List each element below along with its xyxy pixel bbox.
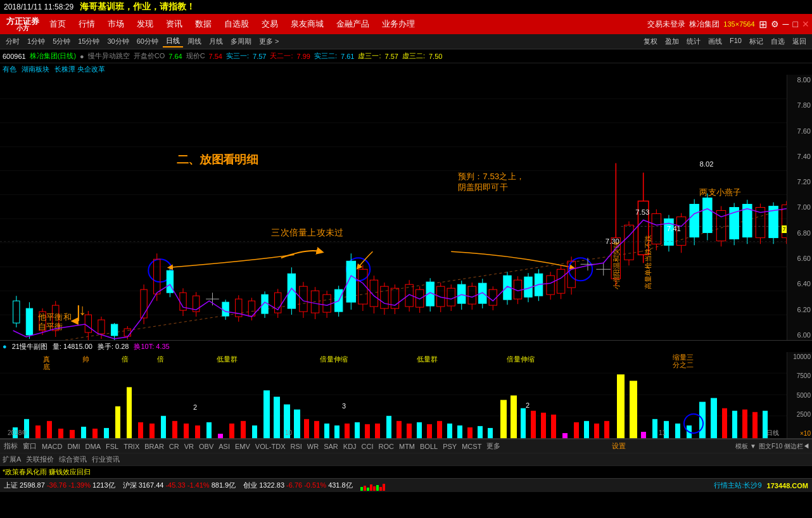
- ind-mtm[interactable]: MTM: [398, 443, 416, 450]
- svg-rect-122: [468, 286, 476, 304]
- right-panel-f10[interactable]: 图文F10 侧边栏◀: [759, 442, 809, 451]
- svg-rect-56: [222, 302, 229, 316]
- menu-news[interactable]: 资讯: [160, 14, 189, 34]
- ind-fsl[interactable]: FSL: [105, 443, 120, 450]
- logo-sub: 小方: [16, 25, 29, 32]
- tf-multi[interactable]: 多周期: [227, 36, 255, 47]
- stock-group[interactable]: 株冶集团: [689, 19, 720, 30]
- menu-bar: 方正证券 小方 首页 行情 市场 发现 资讯 数据 自选股 交易 泉友商城 金融…: [0, 14, 812, 34]
- ind-kdj[interactable]: KDJ: [342, 443, 358, 450]
- menu-market2[interactable]: 市场: [101, 14, 130, 34]
- ext-industry[interactable]: 行业资讯: [92, 455, 120, 464]
- ind-settings[interactable]: 设置: [612, 441, 626, 451]
- settings-icon[interactable]: ⚙: [771, 19, 779, 29]
- menu-data[interactable]: 数据: [189, 14, 218, 34]
- ext-comprehensive[interactable]: 综合资讯: [59, 455, 87, 464]
- svg-rect-42: [154, 259, 160, 294]
- ind-voltdx[interactable]: VOL-TDX: [254, 443, 287, 450]
- ind-dma[interactable]: DMA: [84, 443, 102, 450]
- ind-zhibiao[interactable]: 指标: [3, 441, 19, 451]
- tf-30min[interactable]: 30分钟: [105, 36, 132, 47]
- tag-region[interactable]: 湖南板块: [22, 65, 49, 74]
- btn-mark[interactable]: 标记: [746, 36, 766, 47]
- btn-watchlist[interactable]: 自选: [768, 36, 788, 47]
- ind-roc[interactable]: ROC: [377, 443, 395, 450]
- tf-weekly[interactable]: 周线: [184, 36, 205, 47]
- maximize-icon[interactable]: □: [793, 19, 798, 29]
- stock-code[interactable]: 600961: [3, 53, 26, 60]
- ind-psy[interactable]: PSY: [441, 443, 458, 450]
- tf-60min[interactable]: 60分钟: [134, 36, 162, 47]
- ind-trix[interactable]: TRIX: [122, 443, 141, 450]
- menu-finance[interactable]: 金融产品: [330, 14, 376, 34]
- tf-5min[interactable]: 5分钟: [49, 36, 73, 47]
- status-bar: 上证 2598.87 -36.76 -1.39% 1213亿 沪深 3167.4…: [0, 478, 812, 492]
- menu-market[interactable]: 行情: [72, 14, 101, 34]
- ind-emv[interactable]: EMV: [234, 443, 251, 450]
- tf-15min[interactable]: 15分钟: [75, 36, 103, 47]
- ind-more[interactable]: 更多: [485, 441, 502, 451]
- close-icon[interactable]: ✕: [802, 19, 809, 29]
- menu-trade[interactable]: 交易: [255, 14, 284, 34]
- ind-obv[interactable]: OBV: [198, 443, 215, 450]
- tf-monthly[interactable]: 月线: [206, 36, 226, 47]
- svg-rect-284: [675, 424, 680, 438]
- svg-rect-150: [568, 261, 575, 287]
- ext-expand[interactable]: 扩展A: [3, 455, 21, 464]
- timestamp: 2018/11/11 11:58:29: [4, 3, 73, 11]
- menu-discover[interactable]: 发现: [130, 14, 160, 34]
- ind-dmi[interactable]: DMI: [66, 443, 81, 450]
- btn-return[interactable]: 返回: [789, 36, 809, 47]
- svg-rect-235: [172, 421, 177, 438]
- menu-watchlist[interactable]: 自选股: [218, 14, 255, 34]
- svg-rect-244: [274, 397, 280, 438]
- tf-daily[interactable]: 日线: [163, 35, 183, 47]
- ind-brar[interactable]: BRAR: [143, 443, 165, 450]
- svg-rect-290: [732, 411, 737, 438]
- ind-wr[interactable]: WR: [306, 443, 320, 450]
- tf-more[interactable]: 更多 >: [256, 36, 282, 47]
- minimize-icon[interactable]: ─: [783, 19, 789, 29]
- template-label[interactable]: 模板 ▼: [735, 442, 756, 451]
- svg-rect-234: [161, 416, 166, 438]
- tf-1min[interactable]: 1分钟: [24, 36, 48, 47]
- svg-rect-238: [206, 422, 212, 438]
- y-7.80: 7.80: [789, 101, 811, 109]
- ext-related[interactable]: 关联报价: [26, 455, 54, 464]
- ind-mcst[interactable]: MCST: [460, 443, 483, 450]
- vol-换10t-label: 换10T: 4.35: [134, 342, 169, 351]
- svg-rect-229: [115, 407, 120, 438]
- svg-text:倍: 倍: [122, 355, 129, 363]
- ind-sar[interactable]: SAR: [322, 443, 339, 450]
- tag-color[interactable]: 有色: [3, 65, 16, 74]
- ind-macd[interactable]: MACD: [41, 443, 63, 450]
- svg-text:分之二: 分之二: [673, 361, 694, 369]
- svg-rect-144: [547, 275, 554, 294]
- svg-text:真: 真: [43, 355, 50, 363]
- btn-tongji[interactable]: 统计: [683, 36, 704, 47]
- svg-text:两支小燕子: 两支小燕子: [699, 187, 741, 197]
- layout-icon[interactable]: ⊞: [759, 18, 767, 30]
- ind-cr[interactable]: CR: [168, 443, 181, 450]
- btn-huaxian[interactable]: 画线: [705, 36, 725, 47]
- tag-policy[interactable]: 长株潭 央企改革: [54, 65, 105, 74]
- svg-rect-251: [334, 426, 339, 438]
- btn-yingja[interactable]: 盈加: [662, 36, 682, 47]
- menu-home[interactable]: 首页: [43, 14, 72, 34]
- ind-rsi[interactable]: RSI: [289, 443, 303, 450]
- svg-rect-240: [229, 424, 234, 438]
- menu-community[interactable]: 泉友商城: [284, 14, 330, 34]
- ind-asi[interactable]: ASI: [217, 443, 231, 450]
- tf-fen-shi[interactable]: 分时: [3, 36, 23, 47]
- svg-text:日线: 日线: [766, 429, 779, 436]
- btn-fuquan[interactable]: 复权: [640, 36, 661, 47]
- ind-vr[interactable]: VR: [183, 443, 195, 450]
- ind-chuangkou[interactable]: 窗口: [22, 441, 38, 451]
- trade-login-status[interactable]: 交易未登录: [647, 19, 685, 30]
- ind-boll[interactable]: BOLL: [419, 443, 439, 450]
- btn-f10[interactable]: F10: [726, 36, 745, 47]
- ind-cci[interactable]: CCI: [360, 443, 375, 450]
- indicator-dot: ●: [80, 53, 84, 60]
- menu-business[interactable]: 业务办理: [376, 14, 421, 34]
- price-t21-value: 7.99: [297, 53, 310, 60]
